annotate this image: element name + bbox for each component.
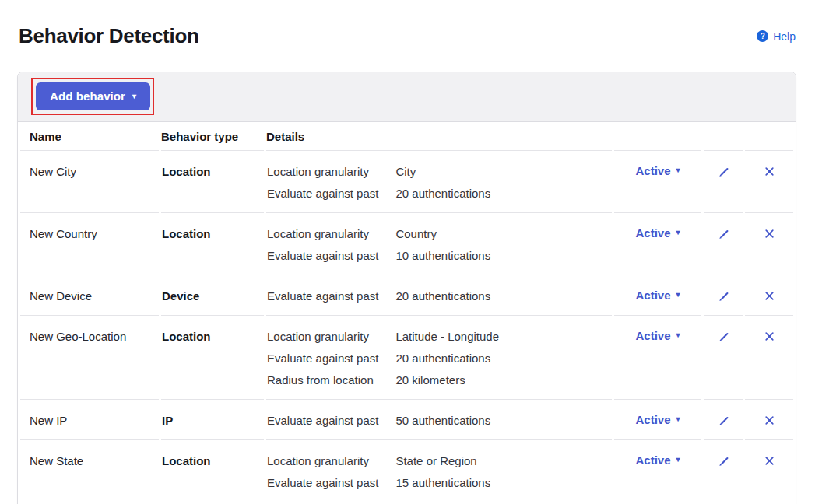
status-label: Active: [635, 453, 670, 467]
behavior-type: Location: [161, 440, 264, 502]
behavior-name: New Geo-Location: [20, 316, 159, 400]
behavior-type: Location: [161, 316, 264, 400]
pencil-icon: [717, 228, 730, 243]
detail-value: 20 authentications: [395, 285, 490, 307]
behavior-name: New State: [20, 440, 159, 502]
detail-label: Location granularity: [267, 223, 378, 245]
table-row: New Geo-Location Location Location granu…: [20, 316, 793, 400]
behavior-details: Location granularityLatitude - Longitude…: [266, 316, 612, 400]
table-row: New Country Location Location granularit…: [20, 213, 793, 275]
delete-button[interactable]: [762, 413, 777, 430]
status-dropdown[interactable]: Active ▾: [635, 329, 680, 342]
x-icon: [764, 331, 775, 345]
detail-label: Location granularity: [267, 450, 378, 472]
header-status-spacer: [614, 122, 701, 151]
detail-value: 50 authentications: [395, 410, 490, 432]
help-link[interactable]: ? Help: [757, 30, 796, 43]
page-header: Behavior Detection ? Help: [0, 0, 815, 72]
behavior-details: Evaluate against past20 authentications: [266, 275, 612, 316]
header-edit-spacer: [704, 122, 743, 151]
detail-grid: Location granularityLatitude - Longitude…: [267, 326, 611, 391]
edit-button[interactable]: [715, 329, 732, 348]
detail-grid: Evaluate against past50 authentications: [267, 410, 611, 432]
status-dropdown[interactable]: Active ▾: [635, 226, 680, 240]
detail-value: Latitude - Longitude: [395, 326, 499, 348]
pencil-icon: [717, 415, 730, 430]
caret-down-icon: ▾: [676, 331, 680, 339]
detail-value: 20 kilometers: [395, 369, 499, 391]
table-row: New IP IP Evaluate against past50 authen…: [20, 400, 793, 440]
status-dropdown[interactable]: Active ▾: [635, 453, 680, 467]
table-row: New State Location Location granularityS…: [20, 440, 793, 502]
add-behavior-button[interactable]: Add behavior ▾: [36, 82, 150, 110]
header-delete-spacer: [745, 122, 793, 151]
behavior-details: Evaluate against past50 authentications: [266, 400, 612, 440]
detail-grid: Location granularityCityEvaluate against…: [267, 161, 611, 205]
behavior-panel: Add behavior ▾ Name Behavior type Detail…: [17, 72, 796, 504]
detail-value: 20 authentications: [395, 348, 499, 369]
delete-button[interactable]: [762, 289, 777, 306]
delete-button[interactable]: [762, 226, 777, 243]
behavior-name: New IP: [20, 400, 159, 440]
add-behavior-label: Add behavior: [50, 89, 125, 103]
page-title: Behavior Detection: [19, 24, 199, 48]
behavior-details: Location granularityCountryEvaluate agai…: [266, 213, 612, 275]
caret-down-icon: ▾: [132, 93, 136, 100]
delete-button[interactable]: [762, 329, 777, 346]
behavior-details: Location granularityCityEvaluate against…: [266, 151, 612, 213]
status-label: Active: [635, 289, 670, 302]
help-link-label: Help: [773, 30, 796, 43]
detail-label: Evaluate against past: [267, 410, 378, 432]
behavior-type: Location: [161, 213, 264, 275]
detail-grid: Location granularityState or RegionEvalu…: [267, 450, 611, 494]
header-name: Name: [20, 122, 159, 151]
edit-button[interactable]: [715, 226, 732, 245]
status-label: Active: [635, 413, 670, 426]
detail-label: Evaluate against past: [267, 183, 378, 205]
table-row: New Device Device Evaluate against past2…: [20, 275, 793, 316]
status-dropdown[interactable]: Active ▾: [635, 289, 680, 302]
pencil-icon: [717, 166, 730, 181]
detail-value: 15 authentications: [395, 472, 490, 494]
status-label: Active: [635, 164, 670, 177]
edit-button[interactable]: [715, 413, 732, 432]
header-behavior-type: Behavior type: [161, 122, 264, 151]
caret-down-icon: ▾: [676, 166, 680, 174]
detail-value: 10 authentications: [395, 245, 490, 267]
status-label: Active: [635, 329, 670, 342]
x-icon: [764, 455, 775, 469]
behavior-name: New Country: [20, 213, 159, 275]
table-header-row: Name Behavior type Details: [20, 122, 793, 151]
delete-button[interactable]: [762, 453, 777, 471]
detail-value: 20 authentications: [395, 183, 490, 205]
behaviors-table: Name Behavior type Details New City Loca…: [18, 122, 796, 504]
detail-value: Country: [395, 223, 490, 245]
caret-down-icon: ▾: [676, 291, 680, 299]
behavior-type: Location: [161, 151, 264, 213]
x-icon: [764, 415, 775, 429]
header-details: Details: [266, 122, 612, 151]
detail-grid: Evaluate against past20 authentications: [267, 285, 611, 307]
status-label: Active: [635, 226, 670, 240]
detail-label: Location granularity: [267, 161, 378, 183]
behavior-type: IP: [161, 400, 264, 440]
edit-button[interactable]: [715, 453, 732, 472]
behavior-name: New Device: [20, 275, 159, 316]
caret-down-icon: ▾: [676, 229, 680, 236]
x-icon: [764, 228, 775, 242]
table-row: New City Location Location granularityCi…: [20, 151, 793, 213]
status-dropdown[interactable]: Active ▾: [635, 164, 680, 177]
detail-label: Radius from location: [267, 369, 378, 391]
detail-label: Evaluate against past: [267, 348, 378, 369]
status-dropdown[interactable]: Active ▾: [635, 413, 680, 426]
edit-button[interactable]: [715, 164, 732, 183]
annotation-highlight: Add behavior ▾: [31, 78, 154, 115]
detail-label: Evaluate against past: [267, 245, 378, 267]
pencil-icon: [717, 290, 730, 306]
delete-button[interactable]: [762, 164, 777, 181]
caret-down-icon: ▾: [676, 415, 680, 423]
x-icon: [764, 166, 775, 180]
edit-button[interactable]: [715, 289, 732, 307]
detail-value: City: [395, 161, 490, 183]
behavior-name: New City: [20, 151, 159, 213]
